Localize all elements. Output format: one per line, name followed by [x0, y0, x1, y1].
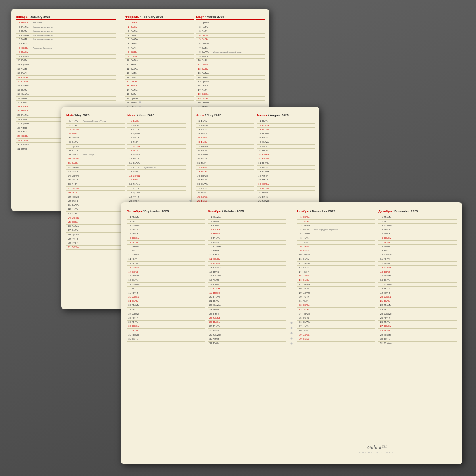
sep-days: 1 Пн/Mo 2 Вт/Tu 3 Ср/We 4 Чт/Th 5 Пт/Fr …	[127, 215, 205, 342]
oct-days: 1 Ср/We 2 Чт/Th 3 Пт/Fr 4 Сб/Sa 5 Вс/Su …	[208, 215, 286, 345]
dec-days: 1 Пн/Mo 2 Вт/Tu 3 Ср/We 4 Чт/Th 5 Пт/Fr …	[378, 215, 457, 345]
brand-area: Galant™ PREMIUM CLASS	[298, 444, 457, 457]
spread-3: Сентябрь / September 2025 1 Пн/Mo 2 Вт/T…	[121, 202, 462, 464]
premium-label: PREMIUM CLASS	[298, 451, 457, 454]
jan-header: Январь / January 2025	[16, 15, 116, 20]
nov-days: 1 Сб/Sa 2 Вс/Su 3 Пн/Mo 4 Вт/Tu День нар…	[298, 215, 376, 342]
may-days: 1 Чт/Th Праздник Весны и Труда 2 Пт/Fr 3…	[66, 119, 125, 250]
brand-name: Galant™	[298, 444, 457, 451]
